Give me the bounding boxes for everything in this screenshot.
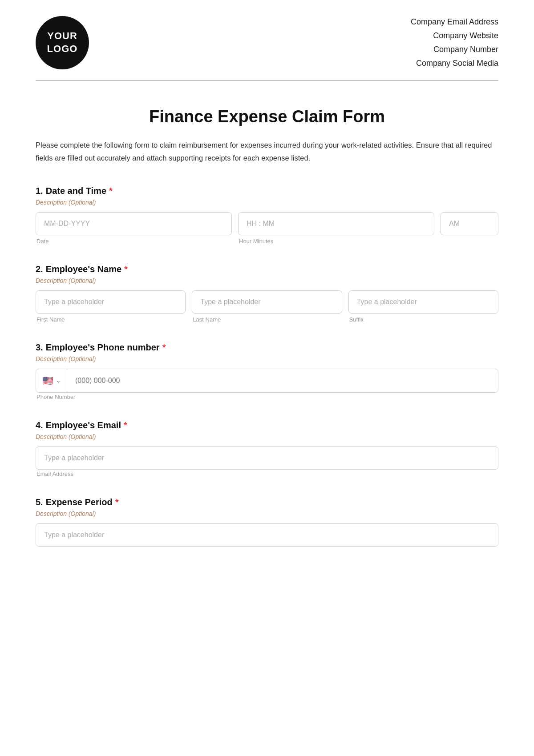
company-logo: YOUR LOGO <box>36 16 89 69</box>
section-3-description: Description (Optional) <box>36 355 498 362</box>
first-name-input[interactable] <box>36 290 186 314</box>
required-indicator-4: * <box>124 420 127 430</box>
section-1-label: 1. Date and Time * <box>36 186 498 196</box>
phone-number-input[interactable] <box>67 370 498 392</box>
company-info-block: Company Email Address Company Website Co… <box>411 16 498 69</box>
date-input[interactable] <box>36 212 232 235</box>
section-5-description: Description (Optional) <box>36 510 498 517</box>
ampm-field-col <box>441 212 498 235</box>
first-name-col: First Name <box>36 290 186 323</box>
section-1-description: Description (Optional) <box>36 199 498 206</box>
date-sublabel: Date <box>36 238 232 245</box>
required-indicator: * <box>109 186 113 196</box>
section-employee-name: 2. Employee's Name * Description (Option… <box>36 264 498 323</box>
required-indicator-5: * <box>115 497 119 507</box>
required-indicator-2: * <box>124 264 128 274</box>
phone-input-row: 🇺🇸 ⌄ <box>36 369 498 393</box>
section-4-label: 4. Employee's Email * <box>36 420 498 430</box>
time-sublabel: Hour Minutes <box>238 238 434 245</box>
required-indicator-3: * <box>162 342 166 353</box>
section-5-label: 5. Expense Period * <box>36 497 498 507</box>
date-field-col: Date <box>36 212 232 245</box>
section-2-description: Description (Optional) <box>36 277 498 284</box>
time-input[interactable] <box>238 212 434 235</box>
phone-sublabel: Phone Number <box>36 394 75 400</box>
name-fields: First Name Last Name Suffix <box>36 290 498 323</box>
first-name-sublabel: First Name <box>36 316 186 323</box>
suffix-sublabel: Suffix <box>348 316 498 323</box>
form-container: Finance Expense Claim Form Please comple… <box>0 80 534 593</box>
company-number: Company Number <box>411 44 498 55</box>
expense-period-input[interactable] <box>36 523 498 547</box>
section-date-time: 1. Date and Time * Description (Optional… <box>36 186 498 245</box>
time-field-col: Hour Minutes <box>238 212 434 245</box>
section-4-description: Description (Optional) <box>36 433 498 440</box>
page-header: YOUR LOGO Company Email Address Company … <box>0 0 534 80</box>
email-sublabel: Email Address <box>36 470 73 477</box>
section-phone: 3. Employee's Phone number * Description… <box>36 342 498 401</box>
section-3-label: 3. Employee's Phone number * <box>36 342 498 353</box>
section-2-label: 2. Employee's Name * <box>36 264 498 274</box>
suffix-input[interactable] <box>348 290 498 314</box>
last-name-sublabel: Last Name <box>192 316 342 323</box>
country-selector[interactable]: 🇺🇸 ⌄ <box>36 369 67 392</box>
company-email: Company Email Address <box>411 16 498 28</box>
last-name-col: Last Name <box>192 290 342 323</box>
flag-icon: 🇺🇸 <box>42 375 53 386</box>
company-social: Company Social Media <box>411 58 498 69</box>
form-description: Please complete the following form to cl… <box>36 139 498 165</box>
chevron-down-icon: ⌄ <box>56 378 61 384</box>
section-email: 4. Employee's Email * Description (Optio… <box>36 420 498 478</box>
last-name-input[interactable] <box>192 290 342 314</box>
date-time-fields: Date Hour Minutes <box>36 212 498 245</box>
ampm-input[interactable] <box>441 212 498 235</box>
suffix-col: Suffix <box>348 290 498 323</box>
form-title: Finance Expense Claim Form <box>36 107 498 126</box>
email-input[interactable] <box>36 446 498 470</box>
section-expense-period: 5. Expense Period * Description (Optiona… <box>36 497 498 547</box>
company-website: Company Website <box>411 30 498 41</box>
